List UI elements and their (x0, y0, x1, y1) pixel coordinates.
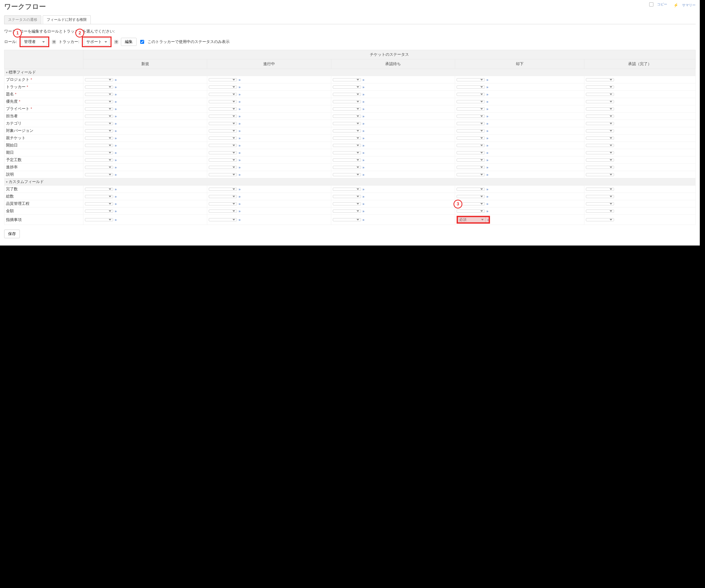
copy-right-icon[interactable]: » (486, 92, 488, 96)
copy-right-icon[interactable]: » (238, 218, 241, 222)
copy-right-icon[interactable]: » (363, 122, 365, 126)
permission-select[interactable] (586, 173, 614, 176)
permission-select[interactable] (85, 86, 113, 89)
permission-select[interactable] (586, 151, 614, 154)
copy-right-icon[interactable]: » (238, 129, 241, 133)
permission-select[interactable] (209, 107, 237, 110)
copy-right-icon[interactable]: » (115, 99, 117, 104)
copy-right-icon[interactable]: » (115, 173, 117, 177)
permission-select[interactable] (457, 100, 485, 103)
copy-right-icon[interactable]: » (486, 114, 488, 118)
permission-select[interactable] (85, 107, 113, 110)
tracker-expand-button[interactable]: ✚ (114, 40, 118, 44)
copy-right-icon[interactable]: » (238, 78, 241, 82)
copy-right-icon[interactable]: » (486, 122, 488, 126)
permission-select[interactable] (209, 202, 237, 206)
permission-select[interactable] (586, 159, 614, 162)
copy-right-icon[interactable]: » (487, 218, 489, 222)
permission-select[interactable] (586, 129, 614, 132)
copy-right-icon[interactable]: » (238, 187, 241, 191)
copy-link[interactable]: コピー (647, 2, 667, 7)
copy-right-icon[interactable]: » (115, 218, 117, 222)
copy-right-icon[interactable]: » (238, 122, 241, 126)
copy-right-icon[interactable]: » (486, 136, 488, 140)
copy-right-icon[interactable]: » (363, 151, 365, 155)
only-used-statuses-checkbox[interactable] (140, 40, 144, 44)
copy-right-icon[interactable]: » (363, 165, 365, 169)
permission-select[interactable] (85, 115, 113, 118)
copy-right-icon[interactable]: » (363, 143, 365, 147)
copy-right-icon[interactable]: » (238, 158, 241, 162)
copy-right-icon[interactable]: » (363, 194, 365, 198)
permission-select[interactable] (586, 86, 614, 89)
permission-select[interactable] (209, 144, 237, 147)
permission-select[interactable] (333, 210, 361, 213)
permission-select[interactable] (85, 144, 113, 147)
permission-select[interactable] (457, 166, 485, 169)
copy-right-icon[interactable]: » (363, 136, 365, 140)
save-button[interactable]: 保存 (4, 230, 20, 238)
copy-right-icon[interactable]: » (486, 187, 488, 191)
permission-select[interactable] (457, 86, 485, 89)
permission-select[interactable] (586, 115, 614, 118)
permission-select[interactable] (586, 166, 614, 169)
permission-select[interactable]: 必須 (457, 217, 485, 223)
copy-right-icon[interactable]: » (363, 114, 365, 118)
copy-right-icon[interactable]: » (115, 209, 117, 213)
permission-select[interactable] (85, 188, 113, 191)
permission-select[interactable] (85, 159, 113, 162)
permission-select[interactable] (333, 86, 361, 89)
copy-right-icon[interactable]: » (486, 78, 488, 82)
copy-right-icon[interactable]: » (238, 85, 241, 89)
copy-right-icon[interactable]: » (238, 194, 241, 198)
permission-select[interactable] (586, 144, 614, 147)
section-header[interactable]: ▾カスタムフィールド (4, 178, 696, 186)
permission-select[interactable] (333, 100, 361, 103)
copy-right-icon[interactable]: » (238, 173, 241, 177)
tab-transitions[interactable]: ステータスの遷移 (4, 15, 41, 24)
copy-right-icon[interactable]: » (486, 165, 488, 169)
permission-select[interactable] (209, 93, 237, 96)
copy-right-icon[interactable]: » (486, 99, 488, 104)
permission-select[interactable] (586, 78, 614, 81)
permission-select[interactable] (209, 122, 237, 125)
permission-select[interactable] (209, 137, 237, 140)
permission-select[interactable] (586, 210, 614, 213)
tracker-select[interactable]: サポート (84, 38, 109, 46)
copy-right-icon[interactable]: » (238, 202, 241, 206)
permission-select[interactable] (457, 137, 485, 140)
copy-right-icon[interactable]: » (486, 107, 488, 111)
copy-right-icon[interactable]: » (115, 129, 117, 133)
copy-right-icon[interactable]: » (238, 151, 241, 155)
copy-right-icon[interactable]: » (115, 165, 117, 169)
permission-select[interactable] (333, 195, 361, 198)
permission-select[interactable] (457, 129, 485, 132)
permission-select[interactable] (333, 218, 361, 221)
permission-select[interactable] (457, 144, 485, 147)
section-header[interactable]: ▾標準フィールド (4, 69, 696, 76)
permission-select[interactable] (457, 210, 485, 213)
permission-select[interactable] (85, 122, 113, 125)
permission-select[interactable] (586, 195, 614, 198)
permission-select[interactable] (333, 78, 361, 81)
permission-select[interactable] (586, 93, 614, 96)
permission-select[interactable] (333, 93, 361, 96)
permission-select[interactable] (586, 202, 614, 206)
copy-right-icon[interactable]: » (238, 99, 241, 104)
copy-right-icon[interactable]: » (363, 107, 365, 111)
permission-select[interactable] (85, 100, 113, 103)
copy-right-icon[interactable]: » (115, 187, 117, 191)
permission-select[interactable] (457, 159, 485, 162)
permission-select[interactable] (209, 129, 237, 132)
permission-select[interactable] (209, 218, 237, 221)
permission-select[interactable] (457, 122, 485, 125)
copy-right-icon[interactable]: » (238, 136, 241, 140)
permission-select[interactable] (457, 78, 485, 81)
copy-right-icon[interactable]: » (238, 165, 241, 169)
copy-right-icon[interactable]: » (486, 202, 488, 206)
copy-right-icon[interactable]: » (363, 202, 365, 206)
copy-right-icon[interactable]: » (486, 151, 488, 155)
copy-right-icon[interactable]: » (115, 114, 117, 118)
copy-right-icon[interactable]: » (486, 158, 488, 162)
copy-right-icon[interactable]: » (115, 122, 117, 126)
